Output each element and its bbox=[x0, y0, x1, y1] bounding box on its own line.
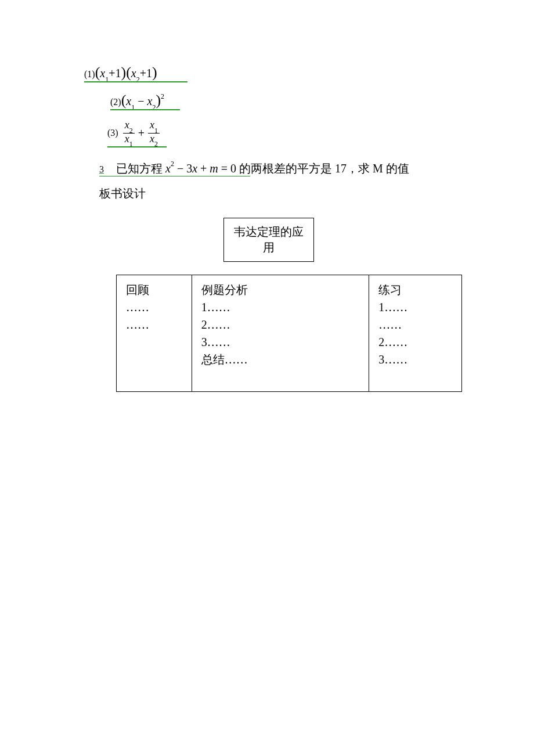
green-underline bbox=[107, 146, 120, 147]
fraction-1: x2 x1 bbox=[123, 120, 135, 147]
col-item: …… bbox=[378, 316, 452, 333]
col-item: 2…… bbox=[378, 333, 452, 351]
board-design-label: 板书设计 bbox=[84, 186, 534, 201]
green-underline bbox=[84, 81, 96, 82]
col-item: 2…… bbox=[201, 316, 359, 333]
green-underline bbox=[110, 109, 122, 110]
col-item: 1…… bbox=[201, 298, 359, 316]
col-item: 3…… bbox=[378, 351, 452, 368]
col-header: 回顾 bbox=[126, 281, 182, 298]
col-item: …… bbox=[126, 316, 182, 333]
equation-1: (1)(x1+1)(x2+1) bbox=[84, 64, 534, 82]
green-underline bbox=[120, 146, 167, 147]
board-col-review: 回顾 …… …… bbox=[117, 275, 192, 392]
col-item: …… bbox=[126, 298, 182, 316]
board-col-examples: 例题分析 1…… 2…… 3…… 总结…… bbox=[192, 275, 369, 392]
fraction-2: x1 x2 bbox=[148, 120, 160, 147]
green-underline bbox=[99, 176, 250, 177]
board-table: 回顾 …… …… 例题分析 1…… 2…… 3…… 总结…… 练习 1…… ……… bbox=[116, 275, 462, 392]
title-box: 韦达定理的应用 bbox=[223, 218, 314, 262]
equation-3: (3) x2 x1 + x1 x2 bbox=[84, 120, 534, 147]
board-col-practice: 练习 1…… …… 2…… 3…… bbox=[369, 275, 462, 392]
eq3-label: (3) bbox=[107, 128, 118, 138]
question-3: 3 已知方程 x2 − 3x + m = 0 的两根差的平方是 17，求 M 的… bbox=[84, 161, 534, 177]
q3-text-post: 的两根差的平方是 17，求 M 的值 bbox=[239, 162, 409, 175]
col-item: 1…… bbox=[378, 298, 452, 316]
col-item: 3…… bbox=[201, 333, 359, 351]
equation-2: (2)(x1 − x2)2 bbox=[84, 92, 534, 110]
q3-text-pre: 已知方程 bbox=[116, 162, 163, 175]
green-underline bbox=[96, 81, 187, 82]
col-item: 总结…… bbox=[201, 351, 359, 368]
col-header: 例题分析 bbox=[201, 281, 359, 298]
eq2-label: (2) bbox=[110, 97, 121, 107]
q3-number: 3 bbox=[99, 164, 104, 174]
col-header: 练习 bbox=[378, 281, 452, 298]
green-underline bbox=[122, 109, 180, 110]
eq1-label: (1) bbox=[84, 69, 95, 79]
